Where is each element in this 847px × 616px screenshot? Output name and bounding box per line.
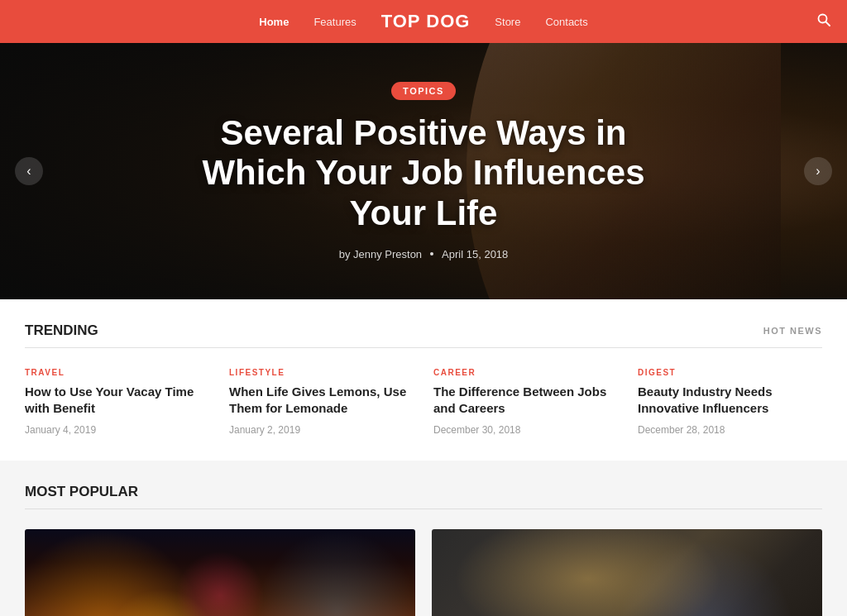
trending-item-title-2[interactable]: The Difference Between Jobs and Careers bbox=[433, 384, 618, 418]
trending-date-2: December 30, 2018 bbox=[433, 424, 618, 436]
popular-section: Most Popular bbox=[0, 461, 847, 617]
trending-grid: TRAVEL How to Use Your Vacay Time with B… bbox=[25, 368, 822, 436]
trending-date-3: December 28, 2018 bbox=[638, 424, 822, 436]
hero-section: ‹ TOPICS Several Positive Ways in Which … bbox=[0, 43, 847, 299]
site-header: Home Features TOP DOG Store Contacts bbox=[0, 0, 847, 43]
main-nav: Home Features TOP DOG Store Contacts bbox=[259, 11, 587, 32]
hero-meta-separator bbox=[430, 252, 433, 255]
trending-title: Trending bbox=[25, 322, 98, 339]
nav-store[interactable]: Store bbox=[495, 16, 520, 28]
svg-line-1 bbox=[826, 22, 830, 26]
hero-content: TOPICS Several Positive Ways in Which Yo… bbox=[134, 82, 713, 260]
hero-author: by Jenny Preston bbox=[339, 248, 422, 260]
trending-date-0: January 4, 2019 bbox=[25, 424, 209, 436]
trending-date-1: January 2, 2019 bbox=[229, 424, 414, 436]
trending-item-title-0[interactable]: How to Use Your Vacay Time with Benefit bbox=[25, 384, 209, 418]
nav-contacts[interactable]: Contacts bbox=[545, 16, 587, 28]
trending-category-0: TRAVEL bbox=[25, 368, 209, 377]
trending-item-title-3[interactable]: Beauty Industry Needs Innovative Influen… bbox=[638, 384, 822, 418]
hero-meta: by Jenny Preston April 15, 2018 bbox=[167, 248, 680, 260]
popular-card-1[interactable] bbox=[432, 529, 822, 617]
trending-item-1: LIFESTYLE When Life Gives Lemons, Use Th… bbox=[229, 368, 414, 436]
hero-prev-button[interactable]: ‹ bbox=[15, 157, 43, 185]
hero-title: Several Positive Ways in Which Your Job … bbox=[167, 113, 680, 233]
trending-header: Trending HOT NEWS bbox=[25, 322, 822, 348]
trending-category-3: DIGEST bbox=[638, 368, 822, 377]
popular-card-0[interactable] bbox=[25, 529, 415, 617]
hot-news-badge: HOT NEWS bbox=[763, 326, 822, 336]
trending-item-3: DIGEST Beauty Industry Needs Innovative … bbox=[638, 368, 822, 436]
trending-item-2: CAREER The Difference Between Jobs and C… bbox=[433, 368, 618, 436]
search-icon bbox=[817, 13, 830, 26]
site-logo: TOP DOG bbox=[381, 11, 471, 32]
search-button[interactable] bbox=[817, 13, 830, 30]
trending-section: Trending HOT NEWS TRAVEL How to Use Your… bbox=[0, 299, 847, 461]
hero-date: April 15, 2018 bbox=[442, 248, 508, 260]
trending-item-title-1[interactable]: When Life Gives Lemons, Use Them for Lem… bbox=[229, 384, 414, 418]
popular-title: Most Popular bbox=[25, 484, 138, 500]
nav-features[interactable]: Features bbox=[313, 16, 356, 28]
trending-category-2: CAREER bbox=[433, 368, 618, 377]
hero-tag[interactable]: TOPICS bbox=[391, 82, 456, 100]
popular-header: Most Popular bbox=[25, 484, 822, 509]
popular-grid bbox=[25, 529, 822, 617]
hero-next-button[interactable]: › bbox=[804, 157, 832, 185]
trending-item-0: TRAVEL How to Use Your Vacay Time with B… bbox=[25, 368, 209, 436]
nav-home[interactable]: Home bbox=[259, 16, 289, 28]
trending-category-1: LIFESTYLE bbox=[229, 368, 414, 377]
